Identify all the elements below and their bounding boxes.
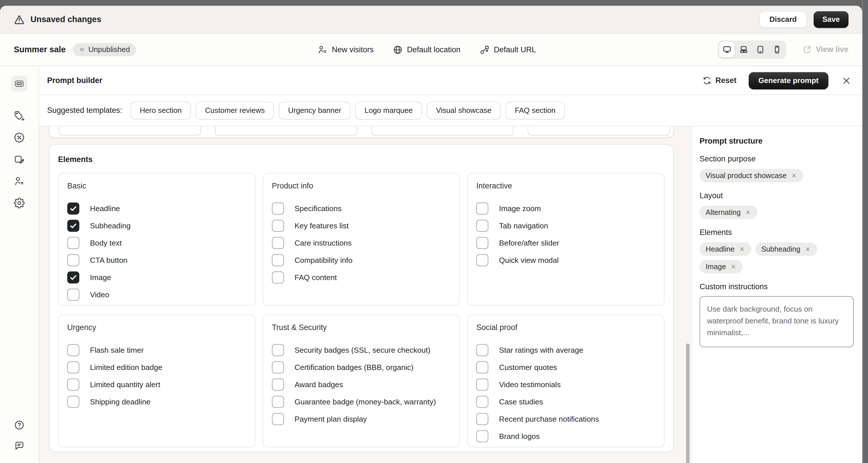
checkbox[interactable] — [67, 254, 79, 266]
template-chip-hero[interactable]: Hero section — [130, 102, 191, 120]
view-live-button[interactable]: View live — [803, 45, 848, 54]
checkbox-row[interactable]: Limited quantity alert — [67, 378, 246, 391]
checkbox[interactable] — [476, 413, 488, 425]
checkbox[interactable] — [272, 271, 284, 284]
checkbox-row[interactable]: Care instructions — [272, 237, 451, 249]
checkbox-row[interactable]: Specifications — [272, 202, 451, 214]
device-tablet-button[interactable] — [752, 42, 768, 58]
checkbox[interactable] — [67, 220, 79, 232]
checkbox[interactable] — [476, 361, 488, 373]
checkbox[interactable] — [67, 237, 79, 249]
checkbox-row[interactable]: Recent purchase notifications — [476, 413, 655, 425]
checkbox[interactable] — [476, 430, 488, 442]
checkbox[interactable] — [272, 220, 284, 232]
checkbox[interactable] — [67, 202, 79, 214]
tag-pill[interactable]: Headline — [700, 242, 751, 256]
checkbox[interactable] — [272, 396, 284, 408]
checkbox[interactable] — [67, 289, 79, 301]
tag-pill[interactable]: Subheading — [755, 242, 817, 256]
sidebar-item-discount[interactable] — [13, 132, 25, 143]
checkbox-row[interactable]: Headline — [67, 202, 246, 214]
checkbox-row[interactable]: Body text — [67, 237, 246, 249]
checkbox[interactable] — [476, 396, 488, 408]
remove-tag-icon[interactable] — [745, 209, 751, 216]
option-stub[interactable] — [215, 126, 357, 136]
template-chip-urgency[interactable]: Urgency banner — [279, 102, 350, 120]
checkbox-row[interactable]: Payment plan display — [272, 413, 451, 425]
option-stub[interactable] — [59, 126, 201, 136]
checkbox[interactable] — [272, 361, 284, 373]
sidebar-item-form-edit[interactable] — [13, 154, 25, 165]
checkbox[interactable] — [67, 271, 79, 284]
checkbox[interactable] — [272, 413, 284, 425]
window-scrollbar[interactable] — [862, 0, 868, 463]
remove-tag-icon[interactable] — [791, 172, 797, 179]
checkbox[interactable] — [272, 254, 284, 266]
template-chip-logo[interactable]: Logo marquee — [355, 102, 422, 120]
url-selector[interactable]: Default URL — [479, 45, 536, 55]
template-chip-faq[interactable]: FAQ section — [505, 102, 565, 120]
checkbox-row[interactable]: Image zoom — [476, 202, 655, 214]
sidebar-item-sections[interactable] — [11, 75, 27, 92]
checkbox-row[interactable]: Limited edition badge — [67, 361, 246, 373]
custom-instructions-input[interactable]: Use dark background, focus on waterproof… — [700, 296, 854, 347]
sidebar-item-tag-add[interactable] — [13, 110, 25, 122]
checkbox-row[interactable]: FAQ content — [272, 271, 451, 284]
reset-button[interactable]: Reset — [703, 76, 737, 85]
checkbox-row[interactable]: Customer quotes — [476, 361, 655, 373]
checkbox[interactable] — [67, 396, 79, 408]
checkbox[interactable] — [476, 344, 488, 356]
checkbox-row[interactable]: Video testimonials — [476, 378, 655, 391]
checkbox-row[interactable]: Case studies — [476, 396, 655, 408]
checkbox[interactable] — [67, 344, 79, 356]
checkbox[interactable] — [476, 202, 488, 214]
checkbox-row[interactable]: Flash sale timer — [67, 344, 246, 356]
checkbox[interactable] — [476, 254, 488, 266]
checkbox[interactable] — [67, 361, 79, 373]
remove-tag-icon[interactable] — [730, 263, 737, 270]
checkbox[interactable] — [476, 220, 488, 232]
panel-scrollbar[interactable] — [686, 343, 689, 463]
checkbox[interactable] — [476, 237, 488, 249]
sidebar-item-audience[interactable] — [13, 175, 25, 187]
tag-pill[interactable]: Image — [700, 260, 743, 273]
checkbox[interactable] — [476, 378, 488, 391]
option-stub[interactable] — [371, 126, 514, 136]
feedback-button[interactable] — [13, 440, 25, 452]
tag-pill[interactable]: Alternating — [700, 206, 757, 219]
generate-prompt-button[interactable]: Generate prompt — [749, 72, 829, 89]
checkbox-row[interactable]: Image — [67, 271, 246, 284]
audience-selector[interactable]: New visitors — [317, 45, 374, 55]
close-icon[interactable] — [842, 76, 851, 86]
option-stub[interactable] — [528, 126, 670, 136]
checkbox-row[interactable]: Video — [67, 289, 246, 301]
checkbox-row[interactable]: Star ratings with average — [476, 344, 655, 356]
checkbox[interactable] — [272, 344, 284, 356]
device-mobile-button[interactable] — [769, 42, 785, 58]
checkbox-row[interactable]: Subheading — [67, 220, 246, 232]
remove-tag-icon[interactable] — [804, 246, 811, 253]
checkbox[interactable] — [272, 237, 284, 249]
checkbox[interactable] — [67, 378, 79, 391]
checkbox-row[interactable]: CTA button — [67, 254, 246, 266]
checkbox-row[interactable]: Brand logos — [476, 430, 655, 442]
template-chip-visual[interactable]: Visual showcase — [427, 102, 501, 120]
checkbox-row[interactable]: Before/after slider — [476, 237, 655, 249]
discard-button[interactable]: Discard — [760, 11, 807, 28]
device-desktop-button[interactable] — [719, 42, 735, 58]
location-selector[interactable]: Default location — [393, 45, 460, 55]
template-chip-reviews[interactable]: Customer reviews — [196, 102, 274, 120]
tag-pill[interactable]: Visual product showcase — [700, 169, 803, 183]
device-laptop-button[interactable] — [736, 42, 751, 58]
save-button[interactable]: Save — [814, 11, 848, 28]
help-button[interactable] — [13, 419, 25, 431]
checkbox-row[interactable]: Security badges (SSL, secure checkout) — [272, 344, 451, 356]
checkbox-row[interactable]: Award badges — [272, 378, 451, 391]
checkbox-row[interactable]: Compatibility info — [272, 254, 451, 266]
checkbox-row[interactable]: Guarantee badge (money-back, warranty) — [272, 396, 451, 408]
sidebar-item-settings[interactable] — [13, 197, 25, 209]
checkbox-row[interactable]: Tab navigation — [476, 220, 655, 232]
checkbox-row[interactable]: Quick view modal — [476, 254, 655, 266]
checkbox[interactable] — [272, 202, 284, 214]
checkbox[interactable] — [272, 378, 284, 391]
